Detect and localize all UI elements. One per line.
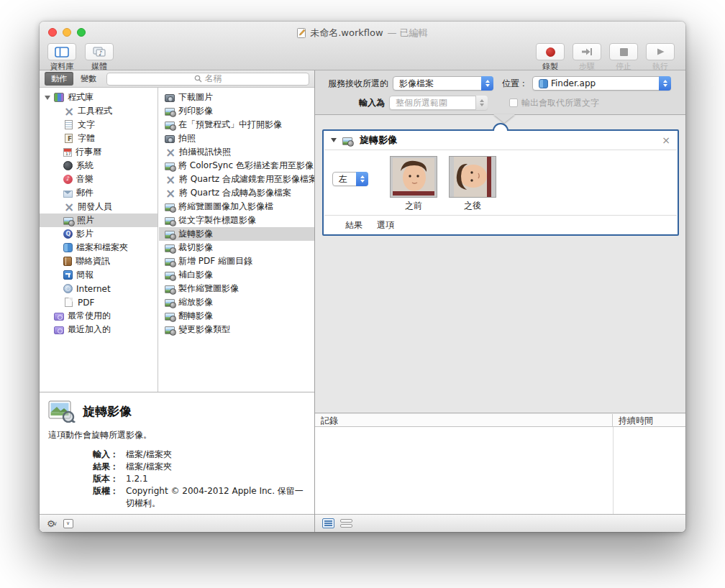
pane-divider[interactable] — [314, 70, 315, 532]
log-panel: 記錄 持續時間 — [315, 414, 685, 514]
action-list-item[interactable]: 將 Quartz 合成濾鏡套用至影像檔案 — [159, 173, 314, 186]
service-location-popup[interactable]: Finder.app — [532, 76, 671, 91]
library-toggle-button[interactable]: 資料庫 — [47, 43, 77, 72]
results-disclosure[interactable]: 結果 — [345, 219, 362, 231]
sidebar-item[interactable]: 系統 — [40, 159, 158, 173]
input-as-label: 輸入為 — [359, 97, 385, 109]
action-list-item[interactable]: 製作縮覽圖影像 — [159, 282, 314, 295]
globe-icon — [63, 284, 73, 293]
action-list-item[interactable]: 補白影像 — [159, 268, 314, 282]
before-label: 之前 — [405, 200, 422, 212]
log-view-toggle[interactable] — [322, 518, 334, 528]
sidebar-item[interactable]: 音樂 — [40, 173, 158, 186]
sidebar-item[interactable]: 開發人員 — [40, 200, 158, 213]
record-button[interactable]: 錄製 — [535, 43, 565, 72]
action-list-item[interactable]: 列印影像 — [159, 104, 314, 118]
action-list-item[interactable]: 下載圖片 — [159, 91, 314, 104]
description-summary: 這項動作會旋轉所選影像。 — [48, 429, 306, 441]
action-list-item[interactable]: 變更影像類型 — [159, 323, 314, 336]
tab-actions[interactable]: 動作 — [45, 72, 73, 86]
options-disclosure[interactable]: 選項 — [377, 219, 394, 231]
action-list-item[interactable]: 裁切影像 — [159, 241, 314, 254]
card-close-button[interactable]: × — [662, 135, 670, 145]
photo-action-icon — [342, 137, 352, 145]
connection-notch — [493, 114, 515, 123]
workflow-view-toggle[interactable] — [340, 518, 352, 528]
field-value: Copyright © 2004-2012 Apple Inc. 保留一切權利。 — [126, 485, 306, 510]
popup-stepper-icon — [659, 76, 671, 91]
description-panel-toggle[interactable]: ∨ — [63, 519, 73, 528]
photo-icon — [165, 121, 175, 129]
sidebar-item[interactable]: 字體 — [40, 132, 158, 145]
field-value: 檔案/檔案夾 — [126, 461, 306, 473]
action-menu-button[interactable]: ⚙ ∨ — [47, 519, 58, 528]
before-thumbnail — [390, 156, 437, 198]
input-as-value: 整個所選範圍 — [396, 97, 447, 109]
action-list-item[interactable]: 將 ColorSync 色彩描述套用至影像 — [159, 159, 314, 173]
rotate-images-action-card: 旋轉影像 × 左 之前 — [322, 129, 679, 236]
action-list-item[interactable]: 拍攝視訊快照 — [159, 145, 314, 159]
search-input[interactable]: 名稱 — [106, 73, 309, 86]
photo-icon — [165, 299, 175, 307]
sidebar-item[interactable]: 文字 — [40, 118, 158, 132]
action-list-item[interactable]: 縮放影像 — [159, 295, 314, 309]
duration-column-header[interactable]: 持續時間 — [613, 414, 685, 426]
x-icon — [165, 188, 175, 198]
sidebar-item[interactable]: 工具程式 — [40, 104, 158, 118]
rotate-direction-popup[interactable]: 左 — [332, 172, 368, 186]
sidebar-item-label: 聯絡資訊 — [76, 255, 110, 267]
action-item-label: 拍照 — [178, 132, 196, 144]
after-thumbnail — [449, 156, 496, 198]
sidebar-item-library-root[interactable]: 程式庫 — [40, 91, 158, 104]
input-as-popup[interactable]: 整個所選範圍 — [389, 96, 488, 110]
description-field: 版權： Copyright © 2004-2012 Apple Inc. 保留一… — [48, 485, 306, 510]
sidebar-item-label: 開發人員 — [78, 201, 112, 213]
sidebar-smart-group[interactable]: 最近加入的 — [40, 323, 158, 336]
sidebar-item[interactable]: 簡報 — [40, 268, 158, 282]
action-list-item[interactable]: 將縮覽圖圖像加入影像檔 — [159, 200, 314, 213]
field-label: 版本： — [48, 473, 119, 485]
action-list-item[interactable]: 在「預覽程式」中打開影像 — [159, 118, 314, 132]
right-status-bar — [315, 514, 685, 532]
service-receives-popup[interactable]: 影像檔案 — [393, 76, 493, 91]
sidebar-item-label: 文字 — [78, 119, 95, 131]
sidebar-item[interactable]: 聯絡資訊 — [40, 254, 158, 268]
action-list-item[interactable]: 旋轉影像 — [159, 227, 314, 241]
svg-text:♪: ♪ — [99, 50, 103, 57]
sidebar-item-label: 檔案和檔案夾 — [76, 242, 128, 254]
sidebar-item-label: 郵件 — [76, 187, 94, 199]
action-list-item[interactable]: 新增 PDF 縮圖目錄 — [159, 254, 314, 268]
service-location-label: 位置： — [502, 78, 528, 90]
action-list-item[interactable]: 翻轉影像 — [159, 309, 314, 323]
card-disclosure-triangle-icon[interactable] — [331, 138, 337, 142]
sidebar-item[interactable]: 檔案和檔案夾 — [40, 241, 158, 254]
sidebar-item[interactable]: 影片 — [40, 227, 158, 241]
action-list-item[interactable]: 拍照 — [159, 132, 314, 145]
run-button[interactable]: 執行 — [645, 43, 675, 72]
step-button[interactable]: 步驟 — [572, 43, 602, 72]
stop-button[interactable]: 停止 — [608, 43, 639, 72]
sidebar-item[interactable]: Internet — [40, 282, 158, 295]
tab-variables[interactable]: 變數 — [77, 72, 100, 86]
sidebar-item-label: 字體 — [78, 132, 95, 144]
sidebar-smart-group[interactable]: 最常使用的 — [40, 309, 158, 323]
photo-icon — [165, 285, 175, 293]
sidebar-item-label: 行事曆 — [76, 146, 101, 158]
sidebar-item-label: 影片 — [76, 228, 94, 240]
log-column-header[interactable]: 記錄 — [315, 414, 613, 426]
sidebar-item[interactable]: 照片 — [40, 213, 158, 227]
sidebar-item[interactable]: 行事曆 — [40, 145, 158, 159]
sidebar-item[interactable]: PDF — [40, 295, 158, 309]
system-icon — [63, 161, 73, 170]
service-receives-label: 服務接收所選的 — [328, 78, 388, 90]
smartfolder-icon — [54, 313, 64, 321]
card-title: 旋轉影像 — [360, 134, 656, 147]
media-button[interactable]: ♪ 媒體 — [84, 43, 114, 72]
contacts-icon — [63, 257, 72, 266]
action-item-label: 翻轉影像 — [178, 310, 213, 322]
replace-selected-text-checkbox[interactable]: 輸出會取代所選文字 — [509, 97, 599, 109]
action-list-item[interactable]: 將 Quartz 合成轉為影像檔案 — [159, 186, 314, 200]
disclosure-triangle-icon[interactable] — [45, 96, 50, 100]
sidebar-item[interactable]: 郵件 — [40, 186, 158, 200]
action-list-item[interactable]: 從文字製作標題影像 — [159, 213, 314, 227]
